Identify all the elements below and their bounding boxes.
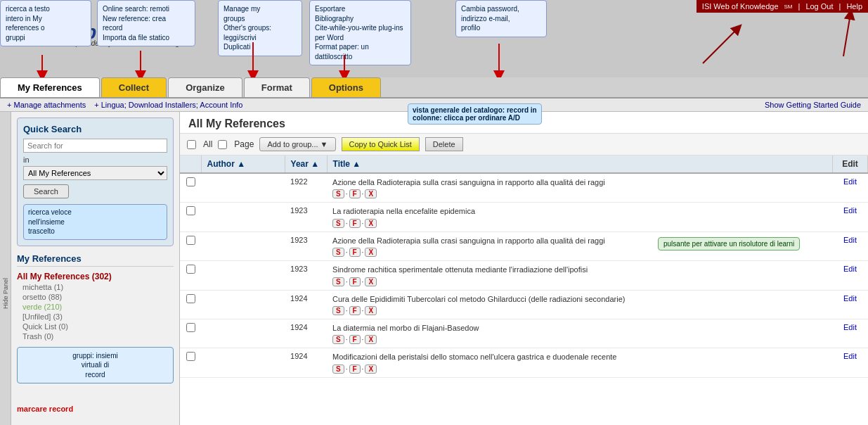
edit-link-1[interactable]: Edit xyxy=(843,206,857,215)
sfx-x-6[interactable]: X xyxy=(365,364,377,374)
edit-link-2[interactable]: Edit xyxy=(843,236,857,244)
main-layout: Hide Panel Quick Search in All My Refere… xyxy=(0,112,868,425)
sfx-x-0[interactable]: X xyxy=(365,189,377,198)
lingua-link[interactable]: + Lingua; Download Installers; Account I… xyxy=(94,101,242,109)
row-title-0: Azione della Radioterapia sulla crasi sa… xyxy=(327,173,832,203)
sfx-f-2[interactable]: F xyxy=(349,248,361,257)
sfx-s-6[interactable]: S xyxy=(332,364,344,374)
search-button[interactable]: Search xyxy=(23,184,69,198)
all-my-refs-link[interactable]: All My References (302) xyxy=(17,271,174,282)
tab-format[interactable]: Format xyxy=(244,77,310,97)
edit-link-5[interactable]: Edit xyxy=(843,323,857,331)
select-page-checkbox[interactable] xyxy=(218,140,227,149)
sfx-f-4[interactable]: F xyxy=(349,306,361,315)
sfx-x-5[interactable]: X xyxy=(365,335,377,344)
sfx-x-3[interactable]: X xyxy=(365,277,377,286)
my-references-panel: My References All My References (302) mi… xyxy=(17,253,174,384)
tab-my-references[interactable]: My References xyxy=(0,77,100,97)
row-year-3: 1923 xyxy=(285,261,327,290)
row-edit-4: Edit xyxy=(833,290,868,319)
toolbar: All Page Add to group... ▼ Copy to Quick… xyxy=(180,134,868,156)
group-quicklist[interactable]: Quick List (0) xyxy=(17,322,174,331)
sfx-f-3[interactable]: F xyxy=(349,277,361,286)
tab-organize[interactable]: Organize xyxy=(168,77,242,97)
search-input[interactable] xyxy=(23,139,167,153)
col-year[interactable]: Year ▲ xyxy=(285,156,327,173)
manage-attachments-link[interactable]: + Manage attachments xyxy=(7,101,86,109)
sfx-s-0[interactable]: S xyxy=(332,189,344,198)
row-checkbox-4[interactable] xyxy=(186,294,195,303)
sfx-s-3[interactable]: S xyxy=(332,277,344,286)
col-edit: Edit xyxy=(833,156,868,173)
annotation-box-1: ricerca a testointero in Myreferences og… xyxy=(0,0,91,46)
sfx-s-2[interactable]: S xyxy=(332,248,344,257)
sfx-f-1[interactable]: F xyxy=(349,219,361,228)
sfx-s-5[interactable]: S xyxy=(332,335,344,344)
sfx-x-4[interactable]: X xyxy=(365,306,377,315)
row-title-5: La diatermia nel morbo di Flajani-Basedo… xyxy=(327,319,832,348)
col-author[interactable]: Author ▲ xyxy=(201,156,285,173)
select-all-checkbox[interactable] xyxy=(187,140,196,149)
search-scope-select[interactable]: All My References xyxy=(23,166,167,180)
row-checkbox-2[interactable] xyxy=(186,236,195,245)
group-orsetto[interactable]: orsetto (88) xyxy=(17,292,174,302)
help-link[interactable]: Help xyxy=(846,2,862,11)
tab-collect[interactable]: Collect xyxy=(101,77,167,97)
delete-button[interactable]: Delete xyxy=(425,137,463,151)
edit-link-0[interactable]: Edit xyxy=(843,177,857,186)
search-annotation: ricerca velocenell'insiemetrascelto xyxy=(23,204,167,240)
vista-annotation: vista generale del catalogo: record inco… xyxy=(408,112,542,125)
row-checkbox-5[interactable] xyxy=(186,323,195,332)
group-trash[interactable]: Trash (0) xyxy=(17,331,174,341)
edit-link-3[interactable]: Edit xyxy=(843,265,857,273)
nav-tabs: My References Collect Organize Format Op… xyxy=(0,77,868,99)
tab-options[interactable]: Options xyxy=(311,77,381,97)
edit-link-4[interactable]: Edit xyxy=(843,294,857,303)
edit-link-6[interactable]: Edit xyxy=(843,352,857,360)
row-year-6: 1924 xyxy=(285,348,327,377)
all-label: All xyxy=(203,139,212,149)
group-michetta[interactable]: michetta (1) xyxy=(17,282,174,292)
row-edit-5: Edit xyxy=(833,319,868,348)
separator: | xyxy=(798,2,801,11)
sfx-f-6[interactable]: F xyxy=(349,364,361,374)
sfx-s-1[interactable]: S xyxy=(332,219,344,228)
sfx-x-1[interactable]: X xyxy=(365,219,377,228)
annotation-box-5: Cambia password,indirizzo e-mail,profilo xyxy=(455,0,547,37)
row-year-1: 1923 xyxy=(285,203,327,231)
row-edit-3: Edit xyxy=(833,261,868,290)
row-title-1: La radioterapia nella encefalite epidemi… xyxy=(327,203,832,231)
quick-search-box: Quick Search in All My References Search… xyxy=(17,118,174,246)
row-title-2: Azione della Radioterapia sulla crasi sa… xyxy=(327,231,832,260)
content-header: All My References vista generale del cat… xyxy=(180,112,868,134)
sfx-f-0[interactable]: F xyxy=(349,189,361,198)
col-checkbox xyxy=(180,156,201,173)
row-checkbox-6[interactable] xyxy=(186,352,195,361)
row-title-4: Cura delle Epididimiti Tubercolari col m… xyxy=(327,290,832,319)
row-title-3: Sindrome rachitica sperimentale ottenuta… xyxy=(327,261,832,290)
sfx-f-5[interactable]: F xyxy=(349,335,361,344)
sfx-s-4[interactable]: S xyxy=(332,306,344,315)
copy-to-quick-list-button[interactable]: Copy to Quick List xyxy=(342,137,420,151)
refs-tbody: 1922 Azione della Radioterapia sulla cra… xyxy=(180,173,868,377)
annotation-box-4: EsportareBibliographyCite-while-you-writ… xyxy=(309,0,411,65)
table-row: 1923 Sindrome rachitica sperimentale ott… xyxy=(180,261,868,290)
sub-nav-right: Show Getting Started Guide xyxy=(765,101,861,109)
row-edit-1: Edit xyxy=(833,203,868,231)
row-author-5 xyxy=(201,319,285,348)
add-to-group-button[interactable]: Add to group... ▼ xyxy=(259,137,335,151)
table-row: 1923 Azione della Radioterapia sulla cra… xyxy=(180,231,868,260)
svg-line-5 xyxy=(703,28,738,63)
row-checkbox-3[interactable] xyxy=(186,265,195,274)
col-title[interactable]: Title ▲ xyxy=(327,156,832,173)
row-checkbox-1[interactable] xyxy=(186,206,195,215)
show-guide-link[interactable]: Show Getting Started Guide xyxy=(765,101,861,109)
row-checkbox-0[interactable] xyxy=(186,177,195,186)
group-unfiled[interactable]: [Unfiled] (3) xyxy=(17,312,174,322)
row-year-4: 1924 xyxy=(285,290,327,319)
right-content: All My References vista generale del cat… xyxy=(180,112,868,425)
group-verde[interactable]: verde (210) xyxy=(17,302,174,312)
hide-panel-button[interactable]: Hide Panel xyxy=(0,112,11,425)
sfx-x-2[interactable]: X xyxy=(365,248,377,257)
logout-link[interactable]: Log Out xyxy=(805,2,833,11)
